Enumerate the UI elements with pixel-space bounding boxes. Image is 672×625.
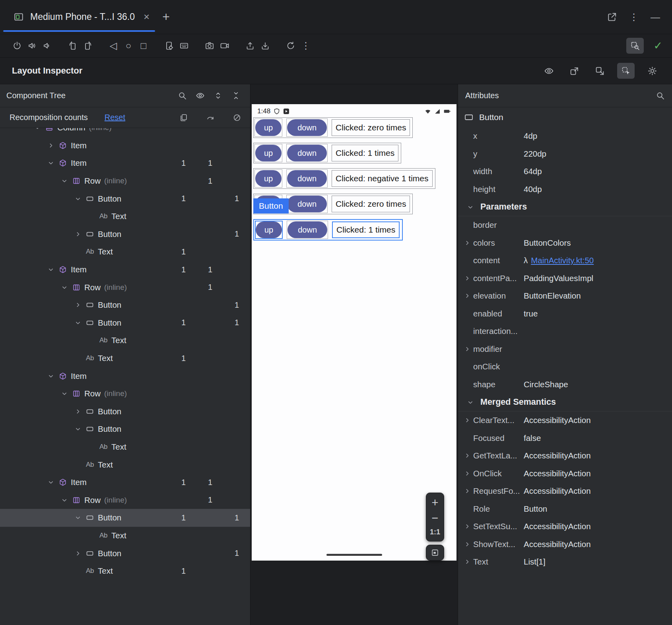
- chevron-down-icon[interactable]: [72, 424, 84, 434]
- attr-row-cleartext-[interactable]: ClearText...AccessibilityAction: [458, 411, 672, 429]
- attr-row-focused[interactable]: Focusedfalse: [458, 429, 672, 447]
- attr-section-merged-semantics[interactable]: Merged Semantics: [458, 393, 672, 411]
- attr-row-settextsu-[interactable]: SetTextSu...AccessibilityAction: [458, 518, 672, 536]
- toolbar-more-icon[interactable]: ⋮: [298, 38, 313, 54]
- attr-row-height[interactable]: height40dp: [458, 181, 672, 198]
- screen-record-icon[interactable]: [217, 38, 232, 54]
- tree-row-row[interactable]: Row(inline)1: [0, 172, 250, 190]
- down-button[interactable]: down: [287, 221, 327, 238]
- upload-icon[interactable]: [243, 38, 258, 54]
- tree-row-button[interactable]: Button11: [0, 314, 250, 332]
- attr-row-y[interactable]: y220dp: [458, 145, 672, 163]
- power-icon[interactable]: [10, 38, 25, 54]
- settings-gear-icon[interactable]: [644, 63, 660, 79]
- source-link[interactable]: MainActivity.kt:50: [531, 256, 594, 265]
- select-component-icon[interactable]: [617, 63, 635, 79]
- down-button[interactable]: down: [287, 145, 327, 161]
- up-button[interactable]: up: [256, 221, 282, 238]
- chevron-right-icon[interactable]: [461, 518, 473, 536]
- search-icon[interactable]: [178, 91, 187, 100]
- attr-row-role[interactable]: RoleButton: [458, 500, 672, 518]
- attr-row-border[interactable]: border: [458, 216, 672, 234]
- back-icon[interactable]: ◁: [106, 38, 121, 54]
- chevron-down-icon[interactable]: [58, 282, 70, 293]
- pick-process-icon[interactable]: [626, 38, 644, 54]
- expand-all-icon[interactable]: [214, 91, 223, 100]
- chevron-right-icon[interactable]: [461, 536, 473, 553]
- tree-row-item[interactable]: Item11: [0, 261, 250, 279]
- up-button[interactable]: up: [255, 119, 282, 136]
- tree-row-row[interactable]: Row(inline)1: [0, 278, 250, 296]
- restore-snapshot-icon[interactable]: [283, 38, 298, 54]
- tree-row-item[interactable]: Item11: [0, 474, 250, 491]
- tree-row-row[interactable]: Row(inline)1: [0, 491, 250, 509]
- navigation-bar-pill[interactable]: [326, 554, 382, 556]
- up-button[interactable]: up: [255, 145, 282, 161]
- open-in-new-window-icon[interactable]: [607, 12, 617, 22]
- attr-row-shape[interactable]: shapeCircleShape: [458, 376, 672, 394]
- attr-row-gettextla-[interactable]: GetTextLa...AccessibilityAction: [458, 447, 672, 465]
- attr-row-onclick[interactable]: onClick: [458, 358, 672, 376]
- import-snapshot-icon[interactable]: [592, 63, 608, 79]
- chevron-right-icon[interactable]: [45, 140, 57, 151]
- tree-row-item[interactable]: Item11: [0, 154, 250, 172]
- chevron-down-icon[interactable]: [58, 495, 70, 505]
- chevron-right-icon[interactable]: [461, 553, 473, 571]
- tree-row-button[interactable]: Button: [0, 403, 250, 421]
- minimize-icon[interactable]: —: [651, 12, 660, 22]
- zoom-fit-button[interactable]: [426, 545, 444, 561]
- volume-up-icon[interactable]: [25, 38, 40, 54]
- chevron-down-icon[interactable]: [45, 158, 57, 168]
- tree-row-button[interactable]: Button11: [0, 190, 250, 208]
- chevron-right-icon[interactable]: [461, 482, 473, 500]
- screenshot-camera-icon[interactable]: [202, 38, 217, 54]
- attr-row-interaction-[interactable]: interaction...: [458, 322, 672, 340]
- chevron-down-icon[interactable]: [58, 176, 70, 186]
- tree-row-text[interactable]: AbText: [0, 527, 250, 545]
- attr-row-text[interactable]: TextList[1]: [458, 553, 672, 571]
- tree-row-item[interactable]: Item: [0, 367, 250, 385]
- tree-row-text[interactable]: AbText: [0, 208, 250, 225]
- collapse-all-icon[interactable]: [231, 91, 241, 100]
- chevron-right-icon[interactable]: [461, 287, 473, 305]
- rotate-left-icon[interactable]: [65, 38, 80, 54]
- chevron-down-icon[interactable]: [31, 128, 43, 133]
- chevron-down-icon[interactable]: [45, 477, 57, 487]
- chevron-right-icon[interactable]: [461, 465, 473, 483]
- attr-row-elevation[interactable]: elevationButtonElevation: [458, 287, 672, 305]
- attributes-search-icon[interactable]: [656, 91, 665, 100]
- chevron-right-icon[interactable]: [72, 300, 84, 310]
- attr-row-colors[interactable]: colorsButtonColors: [458, 234, 672, 252]
- attr-row-content[interactable]: contentλMainActivity.kt:50: [458, 252, 672, 270]
- chevron-down-icon[interactable]: [45, 371, 57, 381]
- zoom-in-button[interactable]: +: [432, 497, 439, 509]
- home-icon[interactable]: ○: [121, 38, 136, 54]
- attr-row-requestfo-[interactable]: RequestFo...AccessibilityAction: [458, 482, 672, 500]
- zoom-reset-button[interactable]: 1:1: [430, 528, 440, 536]
- tree-row-button[interactable]: Button1: [0, 225, 250, 243]
- down-button[interactable]: down: [287, 196, 327, 212]
- attr-row-onclick[interactable]: OnClickAccessibilityAction: [458, 465, 672, 483]
- chevron-down-icon[interactable]: [464, 202, 476, 212]
- more-options-icon[interactable]: ⋮: [629, 12, 639, 22]
- highlight-eye-icon[interactable]: [196, 91, 205, 100]
- tree-row-text[interactable]: AbText: [0, 438, 250, 456]
- zoom-out-button[interactable]: −: [432, 512, 439, 524]
- tree-row-text[interactable]: AbText1: [0, 562, 250, 580]
- attr-row-showtext-[interactable]: ShowText...AccessibilityAction: [458, 536, 672, 553]
- attr-row-contentpa-[interactable]: contentPa...PaddingValuesImpl: [458, 270, 672, 287]
- attr-row-x[interactable]: x4dp: [458, 127, 672, 145]
- attr-row-modifier[interactable]: modifier: [458, 340, 672, 358]
- chevron-down-icon[interactable]: [45, 264, 57, 275]
- chevron-down-icon[interactable]: [464, 397, 476, 408]
- attr-row-width[interactable]: width64dp: [458, 163, 672, 181]
- attr-row-enabled[interactable]: enabledtrue: [458, 305, 672, 323]
- chevron-down-icon[interactable]: [72, 512, 84, 523]
- chevron-right-icon[interactable]: [461, 340, 473, 358]
- chevron-right-icon[interactable]: [461, 411, 473, 429]
- device-screen[interactable]: 1:48 updownClicked: zero timesupdownClic…: [252, 104, 456, 561]
- chevron-right-icon[interactable]: [461, 447, 473, 465]
- rotate-right-icon[interactable]: [80, 38, 95, 54]
- tree-row-column[interactable]: Column(inline): [0, 128, 250, 137]
- chevron-right-icon[interactable]: [461, 270, 473, 287]
